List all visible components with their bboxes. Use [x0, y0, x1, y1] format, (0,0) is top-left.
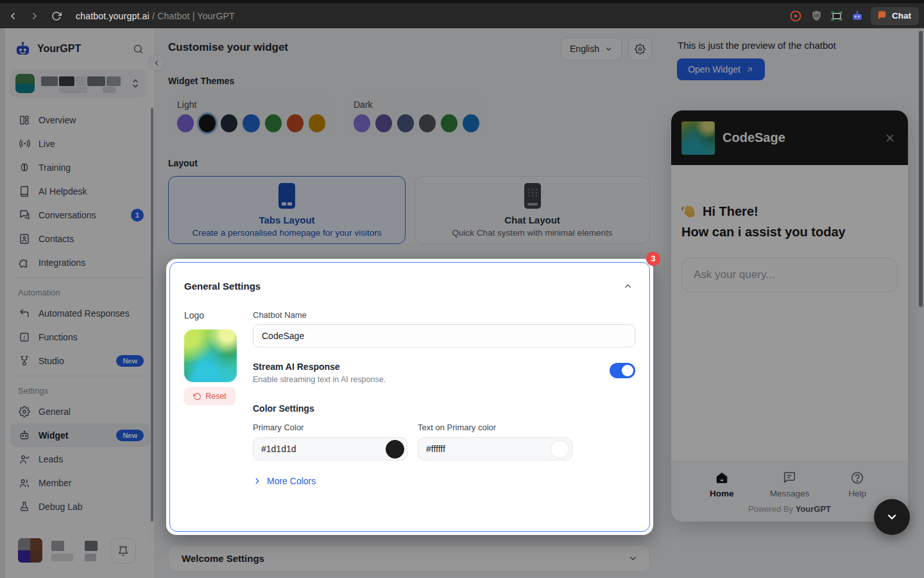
text-color-input-wrap — [418, 437, 572, 460]
general-settings-header[interactable]: General Settings — [184, 278, 635, 293]
browser-extensions: LO Chat — [789, 3, 919, 28]
primary-color-swatch[interactable] — [386, 440, 404, 459]
browser-toolbar: chatbot.yourgpt.ai / Chatbot | YourGPT — [0, 3, 924, 28]
stream-ai-response-toggle[interactable] — [610, 363, 635, 378]
browser-forward-button[interactable] — [26, 7, 44, 25]
play-extension-icon[interactable] — [789, 9, 803, 23]
chatbot-name-input[interactable] — [253, 324, 635, 347]
chat-bubble-icon — [877, 10, 887, 21]
text-color-swatch[interactable] — [551, 440, 569, 459]
screenshot-extension-icon[interactable] — [830, 9, 844, 23]
url-suffix: / Chatbot | YourGPT — [150, 11, 235, 21]
color-settings-title: Color Settings — [253, 403, 635, 414]
logo-label: Logo — [184, 310, 252, 320]
browser-reload-button[interactable] — [47, 7, 65, 25]
general-settings-panel: General Settings Logo Reset Chatbot Name — [169, 262, 650, 532]
primary-color-label: Primary Color — [253, 423, 407, 432]
text-color-input[interactable] — [426, 444, 503, 454]
robot-extension-icon[interactable] — [850, 9, 864, 23]
chat-launcher-button[interactable] — [874, 499, 910, 535]
address-bar[interactable]: chatbot.yourgpt.ai / Chatbot | YourGPT — [76, 11, 235, 21]
logo-reset-label: Reset — [205, 392, 227, 401]
chevron-down-icon — [886, 511, 898, 523]
svg-text:LO: LO — [814, 13, 819, 17]
primary-color-input-wrap — [253, 437, 407, 460]
browser-back-button[interactable] — [4, 7, 22, 25]
chatbot-name-label: Chatbot Name — [253, 310, 635, 320]
reset-icon — [193, 392, 201, 401]
logo-reset-button[interactable]: Reset — [184, 387, 235, 405]
chat-extension-button[interactable]: Chat — [871, 7, 919, 25]
more-colors-link[interactable]: More Colors — [253, 476, 635, 486]
general-settings-spotlight: 3 General Settings Logo Reset Ch — [166, 259, 653, 535]
shield-extension-icon[interactable]: LO — [809, 9, 823, 23]
page-scrollbar[interactable] — [919, 31, 923, 307]
general-settings-title: General Settings — [184, 281, 261, 292]
more-colors-label: More Colors — [267, 476, 316, 486]
stream-ai-response-label: Stream AI Response — [253, 362, 386, 372]
stream-ai-response-description: Enable streaming text in AI response. — [253, 375, 386, 384]
url-primary: chatbot.yourgpt.ai — [76, 11, 150, 21]
primary-color-input[interactable] — [261, 444, 338, 454]
chat-extension-label: Chat — [892, 11, 911, 21]
tour-step-badge: 3 — [646, 252, 660, 266]
chevron-right-icon — [253, 477, 262, 486]
chevron-up-icon[interactable] — [620, 278, 635, 293]
text-on-primary-label: Text on Primary color — [418, 423, 572, 432]
chatbot-logo-preview[interactable] — [184, 329, 237, 382]
